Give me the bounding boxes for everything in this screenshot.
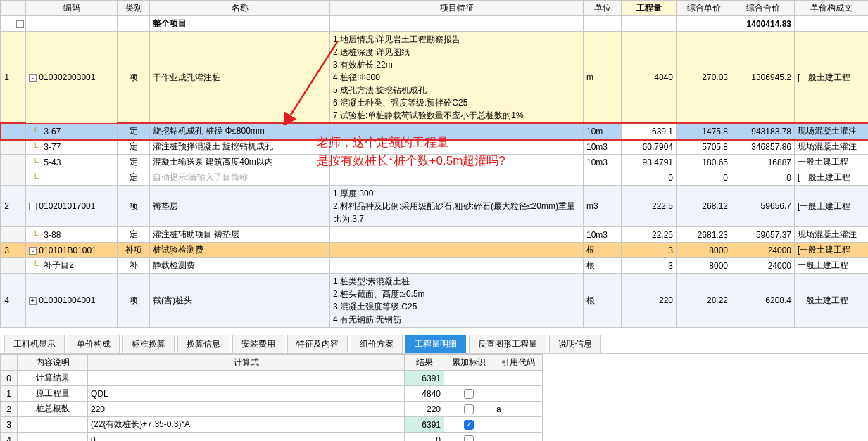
table-row[interactable]: └ 定自动提示:请输入子目简称000[一般土建工程 (1, 170, 869, 186)
quantity-cell[interactable]: 3 (622, 258, 677, 274)
detail-row[interactable]: 1原工程量QDL4840 (1, 386, 543, 402)
code-cell[interactable]: └ 补子目2 (26, 258, 118, 274)
accumulate-checkbox[interactable] (464, 389, 474, 399)
col-category[interactable]: 类别 (118, 1, 150, 16)
tab-1[interactable]: 单价构成 (68, 335, 120, 353)
table-row[interactable]: 4+ 010301004001项截(凿)桩头1.桩类型:素混凝土桩2.桩头截面、… (1, 274, 869, 328)
tree-branch-icon: └ (29, 127, 42, 136)
feature-cell[interactable] (330, 258, 584, 274)
table-row[interactable]: └ 3-88定灌注桩辅助项目 褥垫层10m322.252681.2359657.… (1, 227, 869, 243)
quantity-cell[interactable]: 0 (622, 170, 677, 186)
table-row[interactable]: 1- 010302003001项干作业成孔灌注桩1.地层情况:详见岩土工程勘察报… (1, 32, 869, 124)
table-row[interactable]: └ 3-67定旋挖钻机成孔 桩径 Φ≤800mm10m639.11475.894… (1, 124, 869, 139)
detail-row[interactable]: 400 (1, 433, 543, 442)
name-cell[interactable]: 静载检测费 (150, 258, 330, 274)
quantity-cell[interactable]: 639.1 (622, 124, 677, 139)
name-cell[interactable]: 灌注桩预拌混凝土 旋挖钻机成孔 (150, 139, 330, 155)
code-cell[interactable]: └ 3-67 (26, 124, 118, 139)
code-cell[interactable]: + 010301004001 (26, 274, 118, 328)
name-cell[interactable]: 桩试验检测费 (150, 243, 330, 258)
code-cell[interactable]: └ (26, 170, 118, 186)
formula-cell[interactable]: QDL (88, 386, 405, 402)
formula-cell[interactable]: 0 (88, 433, 405, 442)
tree-branch-icon: └ (29, 142, 42, 152)
tab-9[interactable]: 说明信息 (549, 335, 601, 353)
name-cell[interactable]: 褥垫层 (150, 186, 330, 227)
formula-cell[interactable]: (22{有效桩长}+7.35-0.3)*A (88, 417, 405, 433)
accumulate-checkbox[interactable] (464, 404, 474, 414)
tab-0[interactable]: 工料机显示 (4, 335, 65, 353)
col-cost-file[interactable]: 单价构成文 (795, 1, 869, 16)
collapse-icon[interactable]: - (29, 203, 37, 210)
col-accum[interactable]: 累加标识 (444, 355, 493, 371)
accumulate-checkbox[interactable]: ✓ (464, 420, 474, 430)
main-table: 编码 类别 名称 项目特征 单位 工程量 综合单价 综合合价 单价构成文 - 整… (0, 0, 868, 328)
code-cell[interactable]: - 010201017001 (26, 186, 118, 227)
col-feature[interactable]: 项目特征 (330, 1, 584, 16)
table-row[interactable]: 3- 010101B01001补项桩试验检测费根3800024000[一般土建工… (1, 243, 869, 258)
feature-cell[interactable] (330, 124, 584, 139)
col-name[interactable]: 名称 (150, 1, 330, 16)
formula-cell[interactable] (88, 371, 405, 386)
quantity-cell[interactable]: 60.7904 (622, 139, 677, 155)
formula-cell[interactable]: 220 (88, 402, 405, 417)
table-row[interactable]: └ 5-43定混凝土输送泵 建筑高度40m以内10m393.4791180.65… (1, 155, 869, 170)
name-cell[interactable]: 混凝土输送泵 建筑高度40m以内 (150, 155, 330, 170)
tab-5[interactable]: 特征及内容 (287, 335, 348, 353)
table-row[interactable]: └ 补子目2补静载检测费根3800024000一般土建工程 (1, 258, 869, 274)
tab-4[interactable]: 安装费用 (232, 335, 284, 353)
code-cell[interactable]: - 010302003001 (26, 32, 118, 124)
tab-6[interactable]: 组价方案 (351, 335, 403, 353)
corner-cell (13, 1, 26, 16)
name-cell[interactable]: 截(凿)桩头 (150, 274, 330, 328)
name-cell[interactable]: 干作业成孔灌注桩 (150, 32, 330, 124)
tab-2[interactable]: 标准换算 (122, 335, 175, 353)
collapse-icon[interactable]: - (16, 20, 24, 28)
detail-row[interactable]: 0计算结果6391 (1, 371, 543, 386)
code-cell[interactable]: - 010101B01001 (26, 243, 118, 258)
expand-icon[interactable]: + (29, 297, 37, 305)
detail-row[interactable]: 2桩总根数220220a (1, 402, 543, 417)
tab-3[interactable]: 换算信息 (177, 335, 229, 353)
detail-row[interactable]: 3(22{有效桩长}+7.35-0.3)*A6391✓ (1, 417, 543, 433)
feature-cell[interactable] (330, 139, 584, 155)
col-unit-price[interactable]: 综合单价 (677, 1, 731, 16)
table-row[interactable]: 2- 010201017001项褥垫层1.厚度:3002.材料品种及比例:采用级… (1, 186, 869, 227)
collapse-icon[interactable]: - (29, 247, 37, 255)
col-total-price[interactable]: 综合合价 (731, 1, 795, 16)
col-quantity[interactable]: 工程量 (622, 1, 677, 16)
code-cell[interactable]: └ 3-88 (26, 227, 118, 243)
name-cell[interactable]: 灌注桩辅助项目 褥垫层 (150, 227, 330, 243)
col-unit[interactable]: 单位 (584, 1, 622, 16)
table-row[interactable]: └ 3-77定灌注桩预拌混凝土 旋挖钻机成孔10m360.79045705.83… (1, 139, 869, 155)
feature-cell[interactable]: 1.地层情况:详见岩土工程勘察报告2.送桩深度:详见图纸3.有效桩长:22m4.… (330, 32, 584, 124)
quantity-cell[interactable]: 220 (622, 274, 677, 328)
col-refcode[interactable]: 引用代码 (493, 355, 543, 371)
col-result[interactable]: 结果 (405, 355, 444, 371)
code-cell[interactable]: └ 5-43 (26, 155, 118, 170)
feature-cell[interactable] (330, 243, 584, 258)
feature-cell[interactable] (330, 170, 584, 186)
feature-cell[interactable]: 1.厚度:3002.材料品种及比例:采用级配砂石,粗砂:碎石(最大粒径≤20mm… (330, 186, 584, 227)
quantity-cell[interactable]: 93.4791 (622, 155, 677, 170)
tree-branch-icon: └ (29, 260, 42, 270)
project-title[interactable]: 整个项目 (150, 16, 330, 32)
quantity-cell[interactable]: 3 (622, 243, 677, 258)
detail-table: 内容说明 计算式 结果 累加标识 引用代码 0计算结果63911原工程量QDL4… (0, 354, 543, 441)
feature-cell[interactable] (330, 227, 584, 243)
col-formula[interactable]: 计算式 (88, 355, 405, 371)
col-code[interactable]: 编码 (26, 1, 118, 16)
name-cell[interactable]: 旋挖钻机成孔 桩径 Φ≤800mm (150, 124, 330, 139)
tab-8[interactable]: 反查图形工程量 (469, 335, 546, 353)
name-cell[interactable]: 自动提示:请输入子目简称 (150, 170, 330, 186)
feature-cell[interactable]: 1.桩类型:素混凝土桩2.桩头截面、高度:≥0.5m3.混凝土强度等级:C254… (330, 274, 584, 328)
collapse-icon[interactable]: - (29, 74, 37, 82)
quantity-cell[interactable]: 222.5 (622, 186, 677, 227)
quantity-cell[interactable]: 4840 (622, 32, 677, 124)
accumulate-checkbox[interactable] (464, 435, 474, 441)
quantity-cell[interactable]: 22.25 (622, 227, 677, 243)
tab-7[interactable]: 工程量明细 (405, 335, 466, 353)
feature-cell[interactable] (330, 155, 584, 170)
col-desc[interactable]: 内容说明 (18, 355, 88, 371)
code-cell[interactable]: └ 3-77 (26, 139, 118, 155)
